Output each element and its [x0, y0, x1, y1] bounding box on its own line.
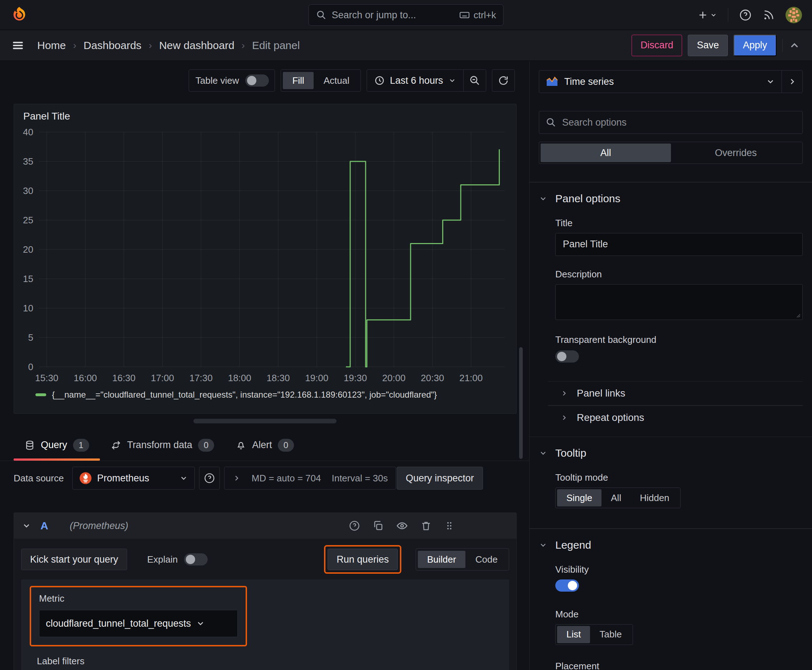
- refresh-button[interactable]: [492, 70, 514, 91]
- chevron-down-icon: [539, 541, 548, 549]
- builder-option[interactable]: Builder: [418, 551, 465, 568]
- drag-handle-icon[interactable]: [444, 520, 455, 531]
- section-legend[interactable]: Legend: [539, 539, 803, 551]
- tooltip-mode-hidden[interactable]: Hidden: [631, 489, 678, 506]
- chevron-right-icon: [788, 77, 797, 86]
- svg-text:18:30: 18:30: [266, 372, 290, 383]
- chevron-down-icon: [766, 77, 775, 86]
- refresh-icon: [498, 75, 509, 86]
- actual-option[interactable]: Actual: [314, 72, 359, 89]
- table-view-toggle[interactable]: [245, 74, 269, 86]
- tab-alert-count: 0: [278, 439, 294, 452]
- trash-icon[interactable]: [420, 520, 432, 531]
- options-search[interactable]: [539, 111, 803, 134]
- grafana-logo-icon[interactable]: [10, 6, 29, 24]
- table-view-label: Table view: [189, 75, 245, 86]
- query-row-header[interactable]: A (Prometheus): [14, 513, 516, 539]
- tab-transform-data[interactable]: Transform data 0: [100, 430, 225, 461]
- menu-toggle-icon[interactable]: [12, 39, 24, 52]
- chart-panel: Panel Title 15:3016:0016:3017:0017:3018:…: [14, 104, 517, 414]
- time-range-picker[interactable]: Last 6 hours: [367, 75, 463, 86]
- panel-links-section[interactable]: Panel links: [555, 382, 803, 405]
- global-search[interactable]: Search or jump to... ctrl+k: [309, 4, 504, 26]
- refresh-group: [492, 69, 515, 91]
- svg-text:40: 40: [23, 127, 33, 137]
- chevron-down-icon: [448, 76, 456, 85]
- legend-mode-table[interactable]: Table: [590, 626, 631, 643]
- breadcrumb-new-dashboard[interactable]: New dashboard: [159, 39, 234, 52]
- builder-code-switch: Builder Code: [416, 548, 509, 570]
- breadcrumb-separator: ›: [242, 40, 245, 51]
- panel-title-input[interactable]: [555, 233, 803, 256]
- query-datasource-hint: (Prometheus): [70, 520, 129, 531]
- fill-option[interactable]: Fill: [283, 72, 313, 89]
- collapse-header-button[interactable]: [788, 39, 800, 52]
- edit-actions: Discard Save Apply: [632, 35, 800, 56]
- zoom-out-time-button[interactable]: [464, 70, 486, 91]
- metric-select[interactable]: cloudflared_tunnel_total_requests: [39, 610, 238, 637]
- tab-alert-label: Alert: [252, 440, 272, 451]
- time-series-chart[interactable]: 15:3016:0016:3017:0017:3018:0018:3019:00…: [17, 127, 512, 387]
- legend-mode-list[interactable]: List: [557, 626, 590, 643]
- panel-options-heading: Panel options: [555, 193, 620, 205]
- svg-text:16:30: 16:30: [112, 372, 135, 383]
- transparent-background-toggle[interactable]: [555, 350, 579, 362]
- save-button[interactable]: Save: [688, 35, 728, 56]
- plus-icon: [697, 9, 709, 21]
- query-options-summary[interactable]: MD = auto = 704 Interval = 30s: [224, 467, 396, 490]
- apply-button[interactable]: Apply: [734, 35, 776, 56]
- run-queries-button[interactable]: Run queries: [327, 549, 398, 570]
- news-button[interactable]: [763, 9, 775, 21]
- eye-icon[interactable]: [396, 520, 408, 532]
- metric-label: Metric: [39, 593, 238, 604]
- panel-options-pane: Time series All Overrides Panel options …: [529, 61, 812, 670]
- clock-icon: [374, 75, 385, 86]
- tab-all[interactable]: All: [541, 144, 671, 162]
- help-icon[interactable]: [349, 520, 360, 531]
- new-menu-button[interactable]: [697, 9, 717, 21]
- duplicate-icon[interactable]: [372, 520, 384, 531]
- legend-mode-switch: List Table: [555, 624, 633, 645]
- datasource-help-button[interactable]: [199, 467, 220, 490]
- kick-start-query-button[interactable]: Kick start your query: [21, 549, 127, 570]
- visibility-label: Visibility: [555, 564, 803, 575]
- chevron-down-icon: [710, 12, 717, 19]
- user-avatar[interactable]: [785, 7, 802, 23]
- resize-grip-icon: [795, 312, 801, 318]
- help-button[interactable]: [739, 8, 752, 22]
- visualization-select[interactable]: Time series: [539, 71, 781, 93]
- chevron-down-icon: [22, 521, 31, 530]
- section-panel-options[interactable]: Panel options: [539, 193, 803, 205]
- query-row-actions: [349, 520, 455, 532]
- breadcrumb-separator: ›: [73, 40, 76, 51]
- tab-query[interactable]: Query 1: [14, 430, 100, 461]
- tab-overrides[interactable]: Overrides: [671, 144, 801, 162]
- legend-swatch: [36, 393, 46, 396]
- code-option[interactable]: Code: [466, 551, 507, 568]
- legend-series-label[interactable]: {__name__="cloudflared_tunnel_total_requ…: [52, 390, 437, 400]
- options-search-input[interactable]: [562, 117, 796, 128]
- pane-resize-handle[interactable]: [193, 419, 337, 423]
- breadcrumb-home[interactable]: Home: [37, 39, 66, 52]
- tab-alert[interactable]: Alert 0: [225, 430, 305, 461]
- datasource-picker[interactable]: Prometheus: [72, 467, 195, 490]
- legend-visibility-toggle[interactable]: [555, 579, 579, 592]
- svg-text:5: 5: [28, 332, 33, 343]
- query-inspector-button[interactable]: Query inspector: [397, 467, 483, 490]
- svg-text:18:00: 18:00: [228, 372, 251, 383]
- tooltip-mode-single[interactable]: Single: [557, 489, 602, 506]
- chevron-down-icon: [539, 195, 548, 203]
- run-queries-highlight: Run queries: [324, 545, 401, 574]
- breadcrumb-dashboards[interactable]: Dashboards: [83, 39, 141, 52]
- title-label: Title: [555, 218, 803, 229]
- transparent-background-label: Transparent background: [555, 334, 803, 345]
- repeat-options-section[interactable]: Repeat options: [555, 406, 803, 430]
- discard-button[interactable]: Discard: [632, 35, 682, 56]
- section-tooltip[interactable]: Tooltip: [539, 447, 803, 459]
- description-textarea[interactable]: [555, 284, 803, 320]
- query-builder-body: Metric cloudflared_tunnel_total_requests…: [21, 579, 509, 670]
- tooltip-mode-all[interactable]: All: [602, 489, 631, 506]
- query-tools-row: Kick start your query Explain Run querie…: [21, 545, 509, 574]
- explain-toggle[interactable]: [184, 553, 208, 565]
- toggle-viz-list-button[interactable]: [781, 71, 802, 93]
